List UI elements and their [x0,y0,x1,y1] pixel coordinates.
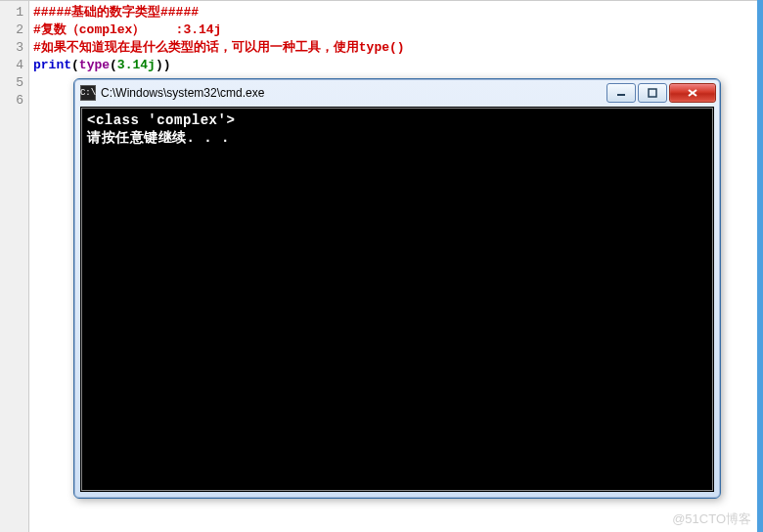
line-number: 4 [0,57,23,74]
maximize-icon [648,88,657,98]
line-number: 5 [0,74,23,92]
minimize-icon [616,88,626,98]
close-icon [687,88,698,98]
code-line-3: #如果不知道现在是什么类型的话，可以用一种工具，使用type() [33,39,763,57]
code-line-2: #复数（complex） :3.14j [33,22,763,39]
cmd-title: C:\Windows\system32\cmd.exe [101,86,605,100]
code-line-4: print(type(3.14j)) [33,57,763,74]
close-button[interactable] [669,83,716,103]
svg-rect-1 [649,89,656,97]
cmd-icon: C:\ [80,85,96,101]
minimize-button[interactable] [606,83,636,103]
scrollbar-edge [757,0,763,532]
watermark: @51CTO博客 [672,510,751,528]
line-number: 2 [0,22,23,39]
line-number: 1 [0,4,23,22]
cmd-output[interactable]: <class 'complex'> 请按任意键继续. . . [80,107,714,492]
cmd-titlebar[interactable]: C:\ C:\Windows\system32\cmd.exe [74,79,720,107]
output-line: 请按任意键继续. . . [87,129,707,147]
maximize-button[interactable] [638,83,667,103]
line-number-gutter: 1 2 3 4 5 6 [0,1,29,532]
window-buttons [605,83,716,103]
code-line-1: #####基础的数字类型##### [33,4,763,22]
cmd-window: C:\ C:\Windows\system32\cmd.exe <class '… [73,78,721,499]
line-number: 3 [0,39,23,57]
line-number: 6 [0,92,23,110]
output-line: <class 'complex'> [87,111,707,129]
